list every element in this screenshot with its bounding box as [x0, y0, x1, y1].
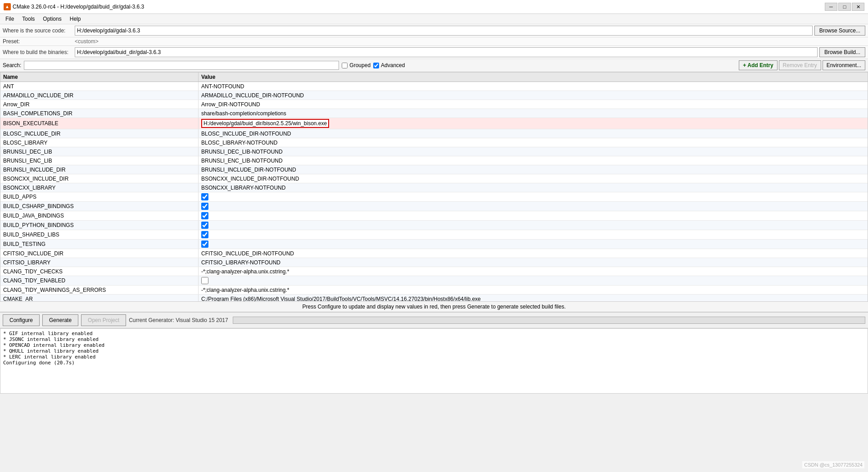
maximize-button[interactable]: □ — [838, 3, 851, 11]
table-row[interactable]: CFITSIO_INCLUDE_DIRCFITSIO_INCLUDE_DIR-N… — [0, 249, 868, 258]
table-row[interactable]: BSONCXX_INCLUDE_DIRBSONCXX_INCLUDE_DIR-N… — [0, 174, 868, 183]
cell-name: CLANG_TIDY_CHECKS — [0, 267, 199, 276]
remove-entry-button[interactable]: Remove Entry — [779, 60, 821, 70]
cell-name: Arrow_DIR — [0, 100, 199, 109]
grouped-check-group: Grouped — [342, 62, 371, 68]
title-bar: ▲ CMake 3.26.0-rc4 - H:/develop/gdal/bui… — [0, 0, 868, 14]
cell-name: ANT — [0, 82, 199, 91]
cell-value: BSONCXX_LIBRARY-NOTFOUND — [199, 183, 868, 192]
cell-value[interactable] — [199, 240, 868, 249]
minimize-button[interactable]: ─ — [825, 3, 837, 11]
cell-name: BUILD_CSHARP_BINDINGS — [0, 202, 199, 211]
cell-value[interactable] — [199, 230, 868, 239]
table-row[interactable]: CLANG_TIDY_CHECKS-*;clang-analyzer-alpha… — [0, 267, 868, 276]
cell-value: BRUNSLI_ENC_LIB-NOTFOUND — [199, 156, 868, 165]
cell-value: Arrow_DIR-NOTFOUND — [199, 100, 868, 109]
binaries-input[interactable] — [75, 47, 818, 57]
search-bar: Search: Grouped Advanced + Add Entry Rem… — [0, 59, 868, 72]
cell-name: CMAKE_AR — [0, 295, 199, 302]
row-checkbox[interactable] — [201, 241, 208, 248]
window-controls: ─ □ ✕ — [825, 3, 864, 11]
cell-value: share/bash-completion/completions — [199, 109, 868, 118]
browse-source-button[interactable]: Browse Source... — [814, 26, 865, 36]
generate-button[interactable]: Generate — [42, 314, 78, 326]
row-checkbox[interactable] — [201, 203, 208, 210]
search-input[interactable] — [24, 61, 339, 70]
cell-value[interactable] — [199, 276, 868, 285]
col-name: Name — [0, 73, 199, 82]
browse-build-button[interactable]: Browse Build... — [819, 47, 865, 57]
grouped-checkbox[interactable] — [342, 63, 348, 68]
table-row[interactable]: BRUNSLI_DEC_LIBBRUNSLI_DEC_LIB-NOTFOUND — [0, 147, 868, 156]
advanced-checkbox[interactable] — [373, 63, 379, 68]
table-row[interactable]: BUILD_PYTHON_BINDINGS — [0, 221, 868, 230]
source-input[interactable] — [75, 26, 813, 36]
table-row[interactable]: ARMADILLO_INCLUDE_DIRARMADILLO_INCLUDE_D… — [0, 91, 868, 100]
table-row[interactable]: BASH_COMPLETIONS_DIRshare/bash-completio… — [0, 109, 868, 118]
source-label: Where is the source code: — [3, 27, 75, 34]
col-value: Value — [199, 73, 868, 82]
table-row[interactable]: BRUNSLI_INCLUDE_DIRBRUNSLI_INCLUDE_DIR-N… — [0, 165, 868, 174]
row-checkbox[interactable] — [201, 222, 208, 229]
table-row[interactable]: BUILD_JAVA_BINDINGS — [0, 211, 868, 221]
cell-value[interactable] — [199, 221, 868, 230]
cell-value[interactable] — [199, 211, 868, 220]
preset-value: <custom> — [75, 38, 99, 45]
search-label: Search: — [3, 62, 21, 68]
cell-name: BSONCXX_INCLUDE_DIR — [0, 174, 199, 183]
menu-help[interactable]: Help — [66, 15, 85, 23]
table-row[interactable]: Arrow_DIRArrow_DIR-NOTFOUND — [0, 100, 868, 109]
cell-value: ARMADILLO_INCLUDE_DIR-NOTFOUND — [199, 91, 868, 100]
log-line: Configuring done (20.7s) — [3, 360, 865, 366]
cell-value[interactable] — [199, 192, 868, 201]
row-checkbox[interactable] — [201, 231, 208, 238]
cell-name: BRUNSLI_ENC_LIB — [0, 156, 199, 165]
preset-label: Preset: — [3, 38, 75, 45]
binaries-label: Where to build the binaries: — [3, 49, 75, 55]
add-entry-button[interactable]: + Add Entry — [739, 60, 777, 70]
table-row[interactable]: BLOSC_INCLUDE_DIRBLOSC_INCLUDE_DIR-NOTFO… — [0, 129, 868, 138]
generator-text: Current Generator: Visual Studio 15 2017 — [129, 317, 228, 323]
menu-options[interactable]: Options — [39, 15, 65, 23]
table-row[interactable]: CFITSIO_LIBRARYCFITSIO_LIBRARY-NOTFOUND — [0, 258, 868, 267]
table-row[interactable]: BLOSC_LIBRARYBLOSC_LIBRARY-NOTFOUND — [0, 138, 868, 147]
row-checkbox[interactable] — [201, 212, 208, 219]
log-area: * GIF internal library enabled* JSONC in… — [0, 328, 868, 394]
table-row[interactable]: BUILD_CSHARP_BINDINGS — [0, 202, 868, 211]
highlighted-value: H:/develop/gdal/buid_dir/bison2.5.25/win… — [201, 119, 329, 128]
entry-toolbar: + Add Entry Remove Entry Environment... — [739, 60, 865, 70]
log-line: * JSONC internal library enabled — [3, 336, 865, 342]
grouped-label: Grouped — [349, 62, 371, 68]
bottom-toolbar: Configure Generate Open Project Current … — [0, 312, 868, 328]
advanced-label: Advanced — [381, 62, 405, 68]
cell-name: BLOSC_LIBRARY — [0, 138, 199, 147]
table-row[interactable]: BUILD_SHARED_LIBS — [0, 230, 868, 240]
environment-button[interactable]: Environment... — [823, 60, 865, 70]
table-row[interactable]: BRUNSLI_ENC_LIBBRUNSLI_ENC_LIB-NOTFOUND — [0, 156, 868, 165]
menu-file[interactable]: File — [2, 15, 18, 23]
menu-tools[interactable]: Tools — [18, 15, 38, 23]
close-button[interactable]: ✕ — [852, 3, 864, 11]
cell-name: BUILD_PYTHON_BINDINGS — [0, 221, 199, 230]
table-row[interactable]: BISON_EXECUTABLEH:/develop/gdal/buid_dir… — [0, 118, 868, 129]
table-row[interactable]: CLANG_TIDY_ENABLED — [0, 276, 868, 286]
open-project-button[interactable]: Open Project — [81, 314, 126, 326]
table-row[interactable]: BUILD_TESTING — [0, 240, 868, 249]
table-row[interactable]: CMAKE_ARC:/Program Files (x86)/Microsoft… — [0, 295, 868, 302]
log-line: * LERC internal library enabled — [3, 354, 865, 360]
menu-bar: File Tools Options Help — [0, 14, 868, 24]
log-line: * GIF internal library enabled — [3, 331, 865, 336]
table-row[interactable]: BSONCXX_LIBRARYBSONCXX_LIBRARY-NOTFOUND — [0, 183, 868, 192]
cell-name: BUILD_JAVA_BINDINGS — [0, 211, 199, 220]
row-checkbox[interactable] — [201, 193, 208, 200]
cell-name: CLANG_TIDY_WARNINGS_AS_ERRORS — [0, 286, 199, 294]
table-row[interactable]: CLANG_TIDY_WARNINGS_AS_ERRORS-*;clang-an… — [0, 286, 868, 295]
row-checkbox[interactable] — [201, 277, 208, 284]
progress-bar — [233, 317, 865, 324]
configure-button[interactable]: Configure — [3, 314, 40, 326]
cell-value: CFITSIO_INCLUDE_DIR-NOTFOUND — [199, 249, 868, 258]
cell-value[interactable] — [199, 202, 868, 211]
table-row[interactable]: ANTANT-NOTFOUND — [0, 82, 868, 91]
table-row[interactable]: BUILD_APPS — [0, 192, 868, 202]
table-header: Name Value — [0, 73, 868, 82]
